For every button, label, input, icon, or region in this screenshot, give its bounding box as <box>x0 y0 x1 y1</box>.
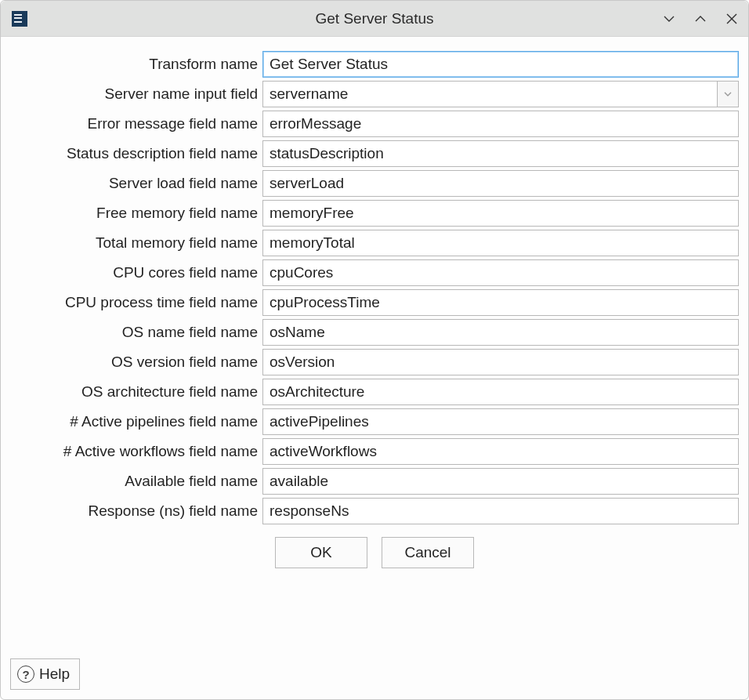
row-total-memory: Total memory field name <box>10 228 739 258</box>
input-cpu-cores[interactable] <box>262 259 739 286</box>
combo-server-name-input[interactable] <box>262 81 739 107</box>
input-active-pipelines[interactable] <box>262 408 739 435</box>
input-available[interactable] <box>262 468 739 495</box>
row-active-workflows: # Active workflows field name <box>10 437 739 466</box>
label-transform-name: Transform name <box>10 56 262 73</box>
row-error-message: Error message field name <box>10 109 739 139</box>
label-cpu-process-time: CPU process time field name <box>10 294 262 311</box>
input-os-name[interactable] <box>262 319 739 346</box>
label-server-load: Server load field name <box>10 175 262 192</box>
label-error-message: Error message field name <box>10 115 262 132</box>
input-response-ns[interactable] <box>262 498 739 524</box>
input-error-message[interactable] <box>262 111 739 137</box>
label-total-memory: Total memory field name <box>10 234 262 252</box>
app-icon <box>12 11 27 27</box>
row-server-name-input: Server name input field <box>10 79 739 109</box>
titlebar: Get Server Status <box>1 1 748 37</box>
window-controls <box>660 1 740 36</box>
label-os-name: OS name field name <box>10 324 262 341</box>
maximize-button[interactable] <box>692 10 709 27</box>
input-free-memory[interactable] <box>262 200 739 227</box>
row-available: Available field name <box>10 466 739 496</box>
help-button[interactable]: ? Help <box>10 658 80 690</box>
row-status-description: Status description field name <box>10 139 739 169</box>
label-os-architecture: OS architecture field name <box>10 383 262 401</box>
row-cpu-cores: CPU cores field name <box>10 258 739 288</box>
button-row: OK Cancel <box>10 537 739 568</box>
input-os-version[interactable] <box>262 349 739 375</box>
dialog-content: Transform name Server name input field E… <box>1 37 748 699</box>
window-title: Get Server Status <box>1 10 748 27</box>
row-free-memory: Free memory field name <box>10 198 739 228</box>
label-response-ns: Response (ns) field name <box>10 502 262 520</box>
label-active-workflows: # Active workflows field name <box>10 443 262 460</box>
label-free-memory: Free memory field name <box>10 205 262 222</box>
input-cpu-process-time[interactable] <box>262 289 739 316</box>
help-icon: ? <box>17 666 34 683</box>
label-status-description: Status description field name <box>10 145 262 162</box>
row-server-load: Server load field name <box>10 169 739 198</box>
input-total-memory[interactable] <box>262 230 739 256</box>
input-active-workflows[interactable] <box>262 438 739 465</box>
row-os-name: OS name field name <box>10 317 739 347</box>
label-available: Available field name <box>10 473 262 490</box>
dropdown-arrow-icon[interactable] <box>717 81 739 107</box>
help-label: Help <box>39 666 70 683</box>
row-active-pipelines: # Active pipelines field name <box>10 407 739 437</box>
label-cpu-cores: CPU cores field name <box>10 264 262 281</box>
label-os-version: OS version field name <box>10 354 262 371</box>
row-transform-name: Transform name <box>10 49 739 79</box>
input-os-architecture[interactable] <box>262 379 739 405</box>
row-os-architecture: OS architecture field name <box>10 377 739 407</box>
minimize-button[interactable] <box>660 10 678 27</box>
ok-button[interactable]: OK <box>275 537 367 568</box>
close-button[interactable] <box>723 10 740 27</box>
input-server-load[interactable] <box>262 170 739 197</box>
dialog-window: Get Server Status Transform name Server … <box>0 0 749 700</box>
cancel-button[interactable]: Cancel <box>382 537 474 568</box>
input-server-name-input[interactable] <box>262 81 717 107</box>
row-response-ns: Response (ns) field name <box>10 496 739 526</box>
label-server-name-input: Server name input field <box>10 85 262 103</box>
label-active-pipelines: # Active pipelines field name <box>10 413 262 430</box>
input-transform-name[interactable] <box>262 51 739 78</box>
row-os-version: OS version field name <box>10 347 739 377</box>
row-cpu-process-time: CPU process time field name <box>10 288 739 317</box>
input-status-description[interactable] <box>262 140 739 167</box>
